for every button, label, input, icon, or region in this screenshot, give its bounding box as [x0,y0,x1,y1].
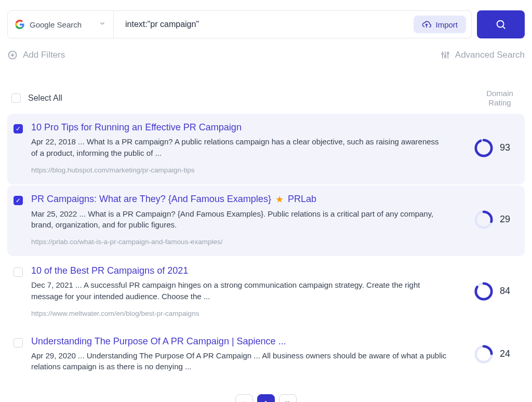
results-header: Select All Domain Rating [7,89,525,114]
sliders-icon [441,50,450,60]
result-body: 10 Pro Tips for Running an Effective PR … [31,122,466,174]
domain-rating: 24 [474,344,514,364]
pagination: 1 [7,394,525,402]
add-filters-button[interactable]: Add Filters [7,50,65,60]
domain-rating: 93 [474,138,514,158]
result-title[interactable]: 10 Pro Tips for Running an Effective PR … [31,122,461,133]
rating-value: 93 [500,142,514,153]
rating-value: 29 [500,214,514,225]
rating-ring-icon [474,282,494,301]
rating-ring-icon [474,344,494,364]
result-title-text: 10 of the Best PR Campaigns of 2021 [31,265,188,276]
result-title-text: Understanding The Purpose Of A PR Campai… [31,336,286,347]
result-url: https://prlab.co/what-is-a-pr-campaign-a… [31,238,461,246]
result-url: https://blog.hubspot.com/marketing/pr-ca… [31,166,461,174]
search-button[interactable] [477,10,525,38]
result-checkbox[interactable] [14,267,23,277]
result-snippet: Apr 29, 2020 ... Understanding The Purpo… [31,350,447,373]
svg-point-7 [442,53,443,55]
result-body: 10 of the Best PR Campaigns of 2021Dec 7… [31,265,466,317]
result-snippet: Apr 22, 2018 ... What Is a PR campaign? … [31,136,447,159]
result-checkbox[interactable] [14,196,23,205]
result-url: https://www.meltwater.com/en/blog/best-p… [31,310,461,317]
result-row: 10 Pro Tips for Running an Effective PR … [7,114,525,184]
result-body: PR Campaigns: What are They? {And Famous… [31,194,466,246]
source-select[interactable]: Google Search [7,10,114,38]
rating-value: 84 [500,286,514,297]
svg-point-9 [444,56,446,57]
domain-rating-header: Domain Rating [479,89,521,108]
source-label: Google Search [30,20,94,29]
result-title-suffix: PRLab [288,194,316,205]
result-checkbox[interactable] [14,124,23,133]
pager-prev[interactable] [235,394,253,402]
plus-circle-icon [7,50,18,60]
query-wrap: Import [114,10,472,38]
chevrons-right-icon [284,399,291,402]
result-title-text: 10 Pro Tips for Running an Effective PR … [31,122,242,133]
advanced-search-button[interactable]: Advanced Search [441,50,525,60]
chevron-down-icon [99,20,106,29]
result-row: 10 of the Best PR Campaigns of 2021Dec 7… [7,257,525,328]
svg-line-2 [503,26,505,29]
result-snippet: Dec 7, 2021 ... A successful PR campaign… [31,279,447,302]
search-icon [495,19,507,30]
add-filters-label: Add Filters [23,50,65,60]
result-snippet: Mar 25, 2022 ... What is a PR Campaign? … [31,208,447,231]
result-row: PR Campaigns: What are They? {And Famous… [7,185,525,257]
svg-point-11 [447,52,449,54]
import-button[interactable]: Import [414,16,466,33]
cloud-upload-icon [422,20,431,29]
results-list: 10 Pro Tips for Running an Effective PR … [7,114,525,383]
rating-ring-icon [474,138,494,158]
select-all-label: Select All [28,93,62,103]
google-icon [15,20,24,29]
result-checkbox[interactable] [14,338,23,347]
result-title[interactable]: PR Campaigns: What are They? {And Famous… [31,194,461,205]
select-all-checkbox[interactable] [11,93,21,103]
result-body: Understanding The Purpose Of A PR Campai… [31,336,466,373]
svg-point-13 [476,140,491,156]
result-title[interactable]: 10 of the Best PR Campaigns of 2021 [31,265,461,276]
import-label: Import [435,20,458,29]
search-bar: Google Search Import [7,10,525,38]
result-row: Understanding The Purpose Of A PR Campai… [7,328,525,383]
rating-value: 24 [500,349,514,359]
star-icon: ★ [275,194,284,205]
advanced-search-label: Advanced Search [455,50,525,60]
result-title-text: PR Campaigns: What are They? {And Famous… [31,194,271,205]
domain-rating: 84 [474,282,514,301]
result-title[interactable]: Understanding The Purpose Of A PR Campai… [31,336,461,347]
domain-rating: 29 [474,210,514,230]
rating-ring-icon [474,210,494,230]
search-input[interactable] [125,20,408,29]
filter-row: Add Filters Advanced Search [7,50,525,60]
svg-point-1 [497,21,504,28]
pager-page-1[interactable]: 1 [257,394,275,402]
pager-next[interactable] [279,394,297,402]
chevrons-left-icon [241,399,248,402]
